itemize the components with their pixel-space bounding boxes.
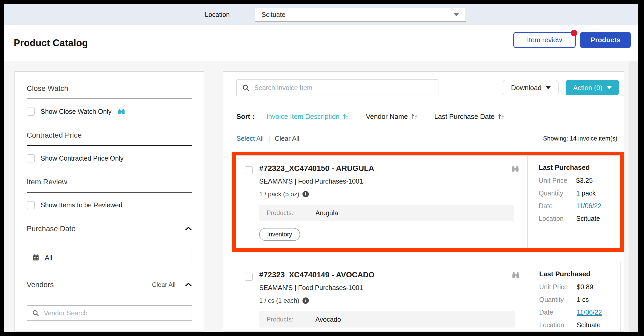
invoice-item-card-avocado: #72323_XC4740149 - AVOCADO SEAMAN'S | Fo…	[236, 262, 621, 332]
date-label: Date	[539, 309, 577, 316]
search-icon	[32, 310, 39, 316]
divider	[27, 99, 192, 99]
contracted-price-filter-row: Show Contracted Price Only	[27, 154, 192, 162]
pack-size-line: 1 / pack (5 oz)	[259, 190, 527, 198]
item-review-checkbox[interactable]	[27, 201, 35, 209]
vendor-search-input[interactable]	[44, 309, 186, 317]
invoice-item-title: #72323_XC4740150 - ARUGULA	[259, 164, 527, 173]
location-dropdown[interactable]: Scituate	[255, 8, 466, 22]
page-header: Product Catalog Item review Products	[4, 25, 638, 61]
item-review-button[interactable]: Item review	[513, 32, 576, 48]
purchase-date-section-header: Purchase Date	[27, 225, 192, 233]
filter-close-watch-title: Close Watch	[27, 84, 192, 93]
collapse-chevron-up-icon[interactable]	[185, 227, 192, 231]
chevron-down-icon	[454, 13, 459, 16]
filter-purchase-date-title: Purchase Date	[27, 225, 185, 233]
item-checkbox[interactable]	[245, 166, 253, 174]
last-purchased-title: Last Purchased	[539, 270, 618, 278]
purchase-date-field[interactable]: All	[27, 250, 192, 265]
binoculars-icon	[117, 108, 125, 116]
invoice-search-input[interactable]	[254, 84, 433, 92]
quantity-label: Quantity	[539, 189, 576, 197]
download-button[interactable]: Download	[503, 80, 558, 95]
invoice-items-panel: Download Action (0) Sort : Invoice Item …	[223, 71, 624, 332]
chevron-down-icon	[546, 86, 551, 89]
filter-item-review-title: Item Review	[27, 178, 192, 186]
binoculars-icon[interactable]	[511, 165, 519, 173]
date-link[interactable]: 11/06/22	[576, 202, 601, 210]
vendor-account-line: SEAMAN'S | Food Purchases-1001	[259, 178, 527, 185]
divider	[27, 295, 192, 295]
location-label: Location	[539, 321, 577, 329]
contracted-price-checkbox-label: Show Contracted Price Only	[41, 155, 124, 162]
sort-option-invoice-item-description[interactable]: Invoice Item Description	[266, 113, 349, 121]
filter-contracted-price-title: Contracted Price	[27, 131, 192, 139]
search-icon	[242, 84, 249, 91]
close-watch-checkbox-label: Show Close Watch Only	[41, 108, 112, 115]
notification-dot	[571, 30, 577, 36]
quantity-value: 1 cs	[577, 296, 589, 304]
contracted-price-checkbox[interactable]	[27, 154, 35, 162]
vendors-clear-all-link[interactable]: Clear All	[152, 281, 176, 288]
vendor-search-box	[27, 305, 192, 321]
separator: |	[268, 135, 270, 142]
info-icon[interactable]	[302, 297, 309, 304]
collapse-chevron-up-icon[interactable]	[185, 283, 192, 287]
divider	[27, 239, 192, 239]
location-dropdown-value: Scituate	[262, 11, 454, 18]
unit-price-label: Unit Price	[539, 177, 576, 184]
sort-amount-icon	[498, 113, 505, 120]
location-label: Location	[205, 4, 230, 25]
products-button[interactable]: Products	[580, 32, 631, 48]
products-value: Avocado	[315, 316, 341, 323]
info-icon[interactable]	[302, 191, 309, 197]
last-purchased-panel: Last Purchased Unit Price$3.25 Quantity1…	[527, 156, 620, 248]
select-all-link[interactable]: Select All	[236, 135, 264, 142]
date-label: Date	[539, 202, 576, 210]
filter-vendors-title: Vendors	[27, 281, 152, 289]
calendar-icon	[32, 254, 40, 261]
sort-option-vendor-name[interactable]: Vendor Name	[366, 113, 418, 121]
last-purchased-title: Last Purchased	[539, 164, 617, 172]
products-row: Products: Avocado	[259, 311, 515, 328]
card-main-section: #72323_XC4740149 - AVOCADO SEAMAN'S | Fo…	[236, 262, 528, 332]
sort-amount-icon	[343, 113, 349, 120]
item-checkbox[interactable]	[245, 273, 253, 281]
invoice-item-title: #72323_XC4740149 - AVOCADO	[259, 270, 528, 279]
filters-sidebar: Close Watch Show Close Watch Only Contra…	[15, 71, 204, 332]
vendor-account-line: SEAMAN'S | Food Purchases-1001	[259, 284, 528, 292]
products-value: Arugula	[315, 209, 338, 217]
unit-price-value: $0.89	[577, 283, 593, 291]
close-watch-filter-row: Show Close Watch Only	[27, 108, 192, 116]
binoculars-icon[interactable]	[512, 271, 520, 279]
location-label: Location	[539, 215, 576, 222]
purchase-date-value: All	[45, 254, 52, 262]
location-value: Scituate	[576, 215, 600, 222]
clear-all-link[interactable]: Clear All	[275, 135, 299, 142]
selection-bar: Select All | Clear All Showing: 14 invoi…	[223, 128, 624, 149]
page-title: Product Catalog	[14, 25, 88, 61]
quantity-value: 1 pack	[576, 189, 596, 197]
inventory-tag: Inventory	[259, 228, 300, 241]
page-scrollbar[interactable]	[629, 61, 638, 332]
item-review-label: Item review	[527, 36, 562, 44]
chevron-down-icon	[607, 86, 612, 89]
item-review-filter-row: Show Items to be Reviewed	[27, 201, 192, 209]
action-button[interactable]: Action (0)	[566, 80, 619, 95]
sort-amount-icon	[411, 113, 418, 120]
sort-option-last-purchase-date[interactable]: Last Purchase Date	[434, 113, 504, 121]
sort-bar: Sort : Invoice Item Description Vendor N…	[223, 106, 624, 127]
action-label: Action (0)	[573, 84, 602, 92]
close-watch-checkbox[interactable]	[27, 108, 35, 116]
divider	[27, 192, 192, 193]
location-bar: Location Scituate	[4, 4, 638, 25]
card-main-section: #72323_XC4740150 - ARUGULA SEAMAN'S | Fo…	[236, 156, 527, 248]
highlight-annotation-box: #72323_XC4740150 - ARUGULA SEAMAN'S | Fo…	[232, 152, 624, 252]
products-label: Products:	[267, 209, 315, 217]
pack-size-line: 1 / cs (1 each)	[259, 297, 528, 304]
download-label: Download	[511, 84, 542, 92]
location-value: Scituate	[577, 321, 600, 329]
last-purchased-panel: Last Purchased Unit Price$0.89 Quantity1…	[528, 262, 620, 332]
date-link[interactable]: 11/06/22	[577, 309, 602, 316]
item-review-checkbox-label: Show Items to be Reviewed	[41, 201, 122, 209]
